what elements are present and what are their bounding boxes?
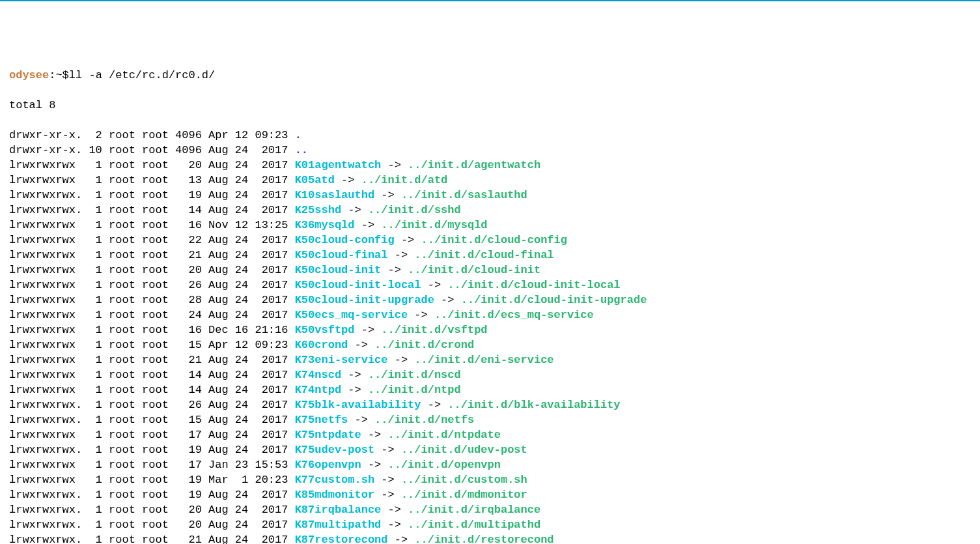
meta: 1 root root 19 Aug 24 2017 — [82, 189, 294, 201]
listing-row: lrwxrwxrwx 1 root root 19 Mar 1 20:23 K7… — [9, 472, 971, 487]
symlink-name: K77custom.sh — [295, 474, 374, 486]
symlink-name: K50cloud-config — [295, 234, 395, 246]
symlink-name: K01agentwatch — [295, 159, 382, 171]
listing-row: lrwxrwxrwx 1 root root 28 Aug 24 2017 K5… — [9, 293, 971, 308]
meta: 1 root root 17 Aug 24 2017 — [82, 429, 294, 441]
meta: 1 root root 15 Apr 12 09:23 — [82, 339, 294, 351]
meta: 1 root root 15 Aug 24 2017 — [82, 414, 294, 426]
perm: lrwxrwxrwx — [9, 369, 82, 381]
perm: lrwxrwxrwx — [9, 309, 82, 321]
symlink-name: K75netfs — [295, 414, 348, 426]
arrow: -> — [348, 414, 374, 426]
listing-row: lrwxrwxrwx 1 root root 16 Nov 12 13:25 K… — [9, 218, 971, 233]
symlink-target: ../init.d/ntpd — [368, 384, 461, 396]
perm: lrwxrwxrwx — [9, 234, 82, 246]
arrow: -> — [361, 459, 388, 471]
listing-row: lrwxrwxrwx 1 root root 15 Apr 12 09:23 K… — [9, 337, 971, 352]
total-line: total 8 — [9, 98, 971, 113]
listing-row: lrwxrwxrwx 1 root root 14 Aug 24 2017 K7… — [9, 382, 971, 397]
arrow: -> — [395, 234, 421, 246]
meta: 1 root root 26 Aug 24 2017 — [82, 399, 294, 411]
meta: 1 root root 16 Dec 16 21:16 — [82, 324, 294, 336]
symlink-target: ../init.d/cloud-final — [414, 249, 553, 261]
listing-row: lrwxrwxrwx 1 root root 20 Aug 24 2017 K5… — [9, 263, 971, 278]
dir-name: .. — [295, 144, 308, 156]
arrow: -> — [381, 504, 408, 516]
symlink-name: K10saslauthd — [295, 189, 374, 201]
arrow: -> — [388, 354, 415, 366]
listing-row: lrwxrwxrwx. 1 root root 20 Aug 24 2017 K… — [9, 502, 971, 517]
symlink-target: ../init.d/cloud-init-local — [447, 279, 620, 291]
arrow: -> — [374, 444, 401, 456]
listing-row: lrwxrwxrwx. 1 root root 20 Aug 24 2017 K… — [9, 517, 971, 532]
symlink-name: K75udev-post — [295, 444, 374, 456]
symlink-name: K25sshd — [295, 204, 341, 216]
symlink-target: ../init.d/sshd — [368, 204, 461, 216]
listing-row: lrwxrwxrwx 1 root root 16 Dec 16 21:16 K… — [9, 322, 971, 337]
symlink-target: ../init.d/udev-post — [401, 444, 527, 456]
symlink-name: K60crond — [295, 339, 348, 351]
meta: 1 root root 21 Aug 24 2017 — [82, 534, 294, 544]
symlink-target: ../init.d/vsftpd — [381, 324, 487, 336]
perm: lrwxrwxrwx — [9, 249, 82, 261]
meta: 1 root root 20 Aug 24 2017 — [82, 264, 294, 276]
symlink-target: ../init.d/nscd — [368, 369, 461, 381]
meta: 1 root root 17 Jan 23 15:53 — [82, 459, 294, 471]
perm: lrwxrwxrwx. — [9, 489, 82, 501]
perm: lrwxrwxrwx — [9, 219, 82, 231]
listing-row: lrwxrwxrwx. 1 root root 14 Aug 24 2017 K… — [9, 203, 971, 218]
perm: lrwxrwxrwx — [9, 429, 82, 441]
listing-row: lrwxrwxrwx. 1 root root 19 Aug 24 2017 K… — [9, 188, 971, 203]
prompt-host: odysee — [9, 69, 49, 81]
symlink-name: K05atd — [295, 174, 335, 186]
symlink-name: K36mysqld — [295, 219, 355, 231]
listing-row: lrwxrwxrwx 1 root root 24 Aug 24 2017 K5… — [9, 308, 971, 322]
perm: lrwxrwxrwx. — [9, 519, 82, 531]
perm: lrwxrwxrwx — [9, 324, 82, 336]
arrow: -> — [341, 204, 368, 216]
symlink-name: K50cloud-init-local — [295, 279, 421, 291]
listing-row: lrwxrwxrwx. 1 root root 15 Aug 24 2017 K… — [9, 412, 971, 427]
listing-row: lrwxrwxrwx 1 root root 20 Aug 24 2017 K0… — [9, 158, 971, 173]
perm: lrwxrwxrwx — [9, 159, 82, 171]
arrow: -> — [381, 264, 408, 276]
meta: 1 root root 28 Aug 24 2017 — [82, 294, 294, 306]
symlink-name: K50vsftpd — [295, 324, 355, 336]
perm: lrwxrwxrwx. — [9, 204, 82, 216]
arrow: -> — [374, 489, 401, 501]
symlink-target: ../init.d/netfs — [374, 414, 474, 426]
arrow: -> — [421, 399, 448, 411]
symlink-name: K50cloud-final — [295, 249, 388, 261]
prompt-line[interactable]: odysee:~$ll -a /etc/rc.d/rc0.d/ — [9, 68, 971, 83]
listing-row: lrwxrwxrwx 1 root root 13 Aug 24 2017 K0… — [9, 173, 971, 188]
symlink-target: ../init.d/cloud-init — [408, 264, 540, 276]
perm: drwxr-xr-x. — [9, 129, 82, 141]
meta: 1 root root 14 Aug 24 2017 — [82, 369, 294, 381]
perm: lrwxrwxrwx. — [9, 504, 82, 516]
meta: 1 root root 21 Aug 24 2017 — [82, 249, 294, 261]
arrow: -> — [374, 474, 401, 486]
arrow: -> — [341, 369, 368, 381]
listing-row: lrwxrwxrwx. 1 root root 19 Aug 24 2017 K… — [9, 487, 971, 502]
symlink-target: ../init.d/ntpdate — [388, 429, 501, 441]
perm: lrwxrwxrwx — [9, 384, 82, 396]
symlink-target: ../init.d/blk-availability — [447, 399, 620, 411]
symlink-target: ../init.d/mysqld — [381, 219, 487, 231]
symlink-target: ../init.d/multipathd — [408, 519, 540, 531]
symlink-name: K74ntpd — [295, 384, 341, 396]
arrow: -> — [421, 279, 448, 291]
meta: 1 root root 16 Nov 12 13:25 — [82, 219, 294, 231]
arrow: -> — [408, 309, 434, 321]
arrow: -> — [361, 429, 388, 441]
arrow: -> — [381, 159, 408, 171]
listing-row: drwxr-xr-x. 2 root root 4096 Apr 12 09:2… — [9, 128, 971, 143]
perm: lrwxrwxrwx — [9, 174, 82, 186]
prompt-sep: :~$ — [49, 69, 69, 81]
symlink-target: ../init.d/mdmonitor — [401, 489, 527, 501]
meta: 1 root root 14 Aug 24 2017 — [82, 384, 294, 396]
perm: lrwxrwxrwx — [9, 459, 82, 471]
symlink-name: K74nscd — [295, 369, 341, 381]
arrow: -> — [335, 174, 361, 186]
listing-row: drwxr-xr-x. 10 root root 4096 Aug 24 201… — [9, 143, 971, 158]
dir-name: . — [295, 129, 301, 141]
